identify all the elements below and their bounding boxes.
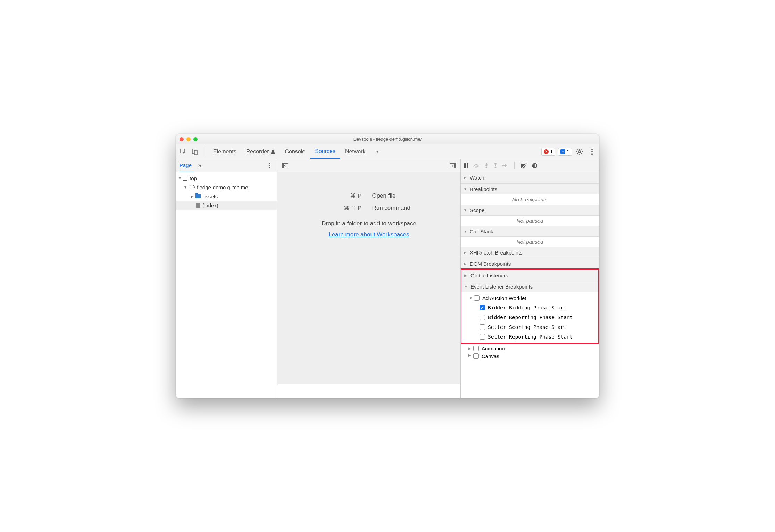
devtools-window: DevTools - fledge-demo.glitch.me/ Elemen…	[176, 134, 599, 398]
folder-icon	[195, 194, 201, 198]
more-tabs[interactable]: »	[370, 144, 383, 159]
tree-domain[interactable]: ▼ fledge-demo.glitch.me	[176, 183, 277, 192]
tab-elements[interactable]: Elements	[208, 144, 241, 159]
navigator-panel: ▼ top ▼ fledge-demo.glitch.me ▶ assets (…	[176, 172, 277, 398]
checkbox-unchecked[interactable]	[480, 315, 485, 320]
file-tree: ▼ top ▼ fledge-demo.glitch.me ▶ assets (…	[176, 172, 277, 211]
tab-sources[interactable]: Sources	[310, 144, 340, 159]
svg-rect-14	[464, 163, 466, 168]
svg-point-7	[269, 163, 270, 164]
main-area: ▼ top ▼ fledge-demo.glitch.me ▶ assets (…	[176, 172, 599, 398]
checkbox-unchecked[interactable]	[473, 353, 479, 359]
step-out-icon[interactable]	[493, 163, 498, 168]
tab-page[interactable]: Page	[179, 159, 194, 172]
breakpoints-empty: No breakpoints	[461, 194, 599, 205]
section-breakpoints[interactable]: ▼Breakpoints	[461, 183, 599, 194]
main-toolbar: Elements Recorder Console Sources Networ…	[176, 144, 599, 159]
svg-point-5	[591, 151, 593, 152]
inspect-icon[interactable]	[178, 147, 188, 157]
errors-badge[interactable]: ✕ 1	[541, 148, 555, 156]
tree-frame-top[interactable]: ▼ top	[176, 174, 277, 183]
svg-point-19	[502, 165, 503, 166]
svg-rect-13	[454, 163, 456, 168]
section-dom-breakpoints[interactable]: ▶DOM Breakpoints	[461, 258, 599, 269]
frame-icon	[183, 176, 188, 181]
run-command-label: Run command	[372, 205, 460, 212]
checkbox-checked[interactable]: ✓	[480, 305, 485, 310]
section-call-stack[interactable]: ▼Call Stack	[461, 226, 599, 237]
svg-point-16	[475, 166, 477, 168]
editor-panel: ⌘ P Open file ⌘ ⇧ P Run command Drop in …	[277, 172, 461, 398]
open-file-label: Open file	[372, 192, 460, 200]
error-icon: ✕	[544, 149, 549, 154]
svg-rect-15	[467, 163, 468, 168]
checkbox-indeterminate[interactable]	[474, 295, 480, 301]
kebab-icon[interactable]	[265, 161, 274, 171]
flask-icon	[270, 149, 275, 154]
tree-file-index[interactable]: (index)	[176, 201, 277, 210]
step-into-icon[interactable]	[484, 163, 489, 168]
panel-tabs: Elements Recorder Console Sources Networ…	[208, 144, 383, 159]
section-scope[interactable]: ▼Scope	[461, 205, 599, 216]
event-category-ad-auction[interactable]: ▼ Ad Auction Worklet	[461, 293, 598, 303]
event-seller-reporting-phase[interactable]: Seller Reporting Phase Start	[461, 332, 598, 342]
svg-point-22	[532, 163, 538, 168]
message-icon: ≡	[560, 149, 565, 154]
event-bidder-bidding-phase[interactable]: ✓ Bidder Bidding Phase Start	[461, 303, 598, 313]
pause-icon[interactable]	[464, 163, 468, 168]
event-category-canvas[interactable]: ▶ Canvas	[461, 353, 599, 359]
section-global-listeners-clipped[interactable]: ▶Global Listeners	[461, 270, 598, 281]
tree-folder-assets[interactable]: ▶ assets	[176, 192, 277, 201]
scope-not-paused: Not paused	[461, 216, 599, 226]
settings-icon[interactable]	[575, 147, 584, 157]
section-watch[interactable]: ▶Watch	[461, 172, 599, 183]
open-file-shortcut: ⌘ P	[277, 192, 361, 200]
checkbox-unchecked[interactable]	[480, 334, 485, 340]
sub-toolbar: Page »	[176, 159, 599, 172]
svg-point-4	[591, 149, 593, 150]
tab-recorder[interactable]: Recorder	[241, 144, 280, 159]
svg-point-6	[591, 153, 593, 155]
checkbox-unchecked[interactable]	[473, 346, 479, 351]
event-category-animation[interactable]: ▶ Animation	[461, 343, 599, 353]
section-xhr-breakpoints[interactable]: ▶XHR/fetch Breakpoints	[461, 247, 599, 258]
svg-point-3	[578, 151, 581, 153]
svg-rect-23	[534, 164, 534, 167]
more-nav-tabs[interactable]: »	[198, 162, 201, 169]
file-icon	[196, 203, 200, 208]
run-command-shortcut: ⌘ ⇧ P	[277, 205, 361, 212]
event-seller-scoring-phase[interactable]: Seller Scoring Phase Start	[461, 322, 598, 332]
deactivate-breakpoints-icon[interactable]	[521, 163, 527, 168]
workspace-hint: Drop in a folder to add to workspace	[322, 220, 416, 227]
tab-console[interactable]: Console	[280, 144, 310, 159]
titlebar: DevTools - fledge-demo.glitch.me/	[176, 134, 599, 144]
callstack-not-paused: Not paused	[461, 237, 599, 247]
svg-rect-24	[535, 164, 536, 167]
device-mode-icon[interactable]	[190, 147, 200, 157]
svg-rect-2	[194, 150, 197, 155]
svg-rect-11	[282, 163, 284, 168]
show-debugger-icon[interactable]	[448, 161, 458, 171]
window-title: DevTools - fledge-demo.glitch.me/	[176, 136, 599, 142]
workspace-link[interactable]: Learn more about Workspaces	[328, 231, 409, 238]
step-icon[interactable]	[502, 164, 508, 168]
editor-footer	[277, 384, 460, 398]
svg-point-17	[486, 166, 488, 168]
tab-network[interactable]: Network	[340, 144, 370, 159]
step-over-icon[interactable]	[473, 163, 480, 168]
svg-point-18	[495, 166, 497, 168]
event-listener-highlight: ▶Global Listeners ▼Event Listener Breakp…	[461, 268, 599, 344]
svg-point-8	[269, 165, 270, 166]
kebab-icon[interactable]	[587, 147, 597, 157]
show-navigator-icon[interactable]	[280, 161, 290, 171]
checkbox-unchecked[interactable]	[480, 324, 485, 330]
debugger-panel: ▶Watch ▼Breakpoints No breakpoints ▼Scop…	[461, 172, 599, 398]
messages-badge[interactable]: ≡ 1	[558, 148, 572, 156]
section-event-listener-breakpoints[interactable]: ▼Event Listener Breakpoints	[461, 281, 598, 292]
event-bidder-reporting-phase[interactable]: Bidder Reporting Phase Start	[461, 313, 598, 322]
svg-point-9	[269, 167, 270, 168]
cloud-icon	[189, 185, 195, 189]
pause-on-exceptions-icon[interactable]	[532, 163, 538, 168]
